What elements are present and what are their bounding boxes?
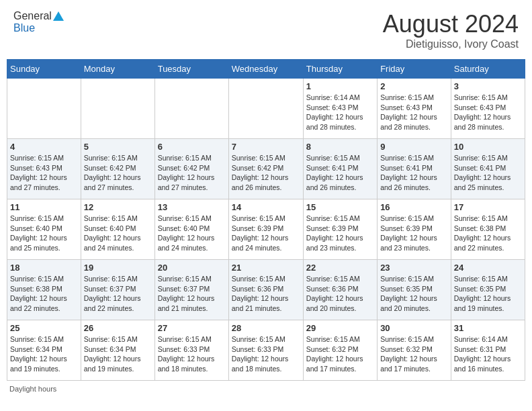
- calendar-cell: [7, 79, 81, 139]
- day-info: Sunrise: 6:15 AMSunset: 6:38 PMDaylight:…: [454, 214, 522, 253]
- title-section: August 2024 Dietiguisso, Ivory Coast: [383, 10, 519, 50]
- day-number: 11: [10, 202, 78, 212]
- calendar-cell: 2Sunrise: 6:15 AMSunset: 6:43 PMDaylight…: [378, 79, 451, 139]
- day-number: 30: [380, 323, 448, 333]
- day-info: Sunrise: 6:15 AMSunset: 6:41 PMDaylight:…: [454, 153, 522, 193]
- day-info: Sunrise: 6:15 AMSunset: 6:38 PMDaylight:…: [10, 274, 78, 314]
- logo: General Blue: [13, 10, 64, 34]
- calendar-table: Sunday Monday Tuesday Wednesday Thursday…: [7, 59, 525, 381]
- calendar-cell: 14Sunrise: 6:15 AMSunset: 6:39 PMDayligh…: [228, 199, 303, 260]
- day-number: 8: [306, 142, 374, 152]
- day-info: Sunrise: 6:15 AMSunset: 6:39 PMDaylight:…: [306, 214, 374, 253]
- day-info: Sunrise: 6:15 AMSunset: 6:40 PMDaylight:…: [84, 214, 152, 253]
- day-info: Sunrise: 6:15 AMSunset: 6:43 PMDaylight:…: [10, 153, 78, 193]
- day-info: Sunrise: 6:15 AMSunset: 6:41 PMDaylight:…: [306, 153, 374, 193]
- footer: Daylight hours: [7, 385, 525, 393]
- calendar-cell: [81, 79, 154, 139]
- day-number: 15: [306, 202, 374, 212]
- calendar-cell: 29Sunrise: 6:15 AMSunset: 6:32 PMDayligh…: [303, 320, 377, 381]
- calendar-cell: 17Sunrise: 6:15 AMSunset: 6:38 PMDayligh…: [451, 199, 525, 260]
- header-sunday: Sunday: [7, 60, 81, 79]
- header-monday: Monday: [81, 60, 154, 79]
- calendar-cell: 19Sunrise: 6:15 AMSunset: 6:37 PMDayligh…: [81, 260, 154, 320]
- calendar-cell: 22Sunrise: 6:15 AMSunset: 6:36 PMDayligh…: [303, 260, 377, 320]
- calendar-header-row: Sunday Monday Tuesday Wednesday Thursday…: [7, 60, 525, 79]
- day-number: 21: [232, 263, 300, 273]
- day-info: Sunrise: 6:15 AMSunset: 6:43 PMDaylight:…: [380, 93, 448, 132]
- calendar-cell: 9Sunrise: 6:15 AMSunset: 6:41 PMDaylight…: [378, 139, 451, 199]
- day-number: 27: [158, 323, 226, 333]
- calendar-week-3: 18Sunrise: 6:15 AMSunset: 6:38 PMDayligh…: [7, 260, 525, 320]
- day-number: 17: [454, 202, 522, 212]
- month-title: August 2024: [383, 10, 519, 38]
- calendar-cell: 15Sunrise: 6:15 AMSunset: 6:39 PMDayligh…: [303, 199, 377, 260]
- day-info: Sunrise: 6:15 AMSunset: 6:42 PMDaylight:…: [84, 153, 152, 193]
- calendar-cell: 5Sunrise: 6:15 AMSunset: 6:42 PMDaylight…: [81, 139, 154, 199]
- day-info: Sunrise: 6:15 AMSunset: 6:32 PMDaylight:…: [306, 334, 374, 374]
- calendar-cell: 4Sunrise: 6:15 AMSunset: 6:43 PMDaylight…: [7, 139, 81, 199]
- calendar-cell: 8Sunrise: 6:15 AMSunset: 6:41 PMDaylight…: [303, 139, 377, 199]
- day-number: 20: [158, 263, 226, 273]
- calendar-cell: 23Sunrise: 6:15 AMSunset: 6:35 PMDayligh…: [378, 260, 451, 320]
- calendar-cell: [228, 79, 303, 139]
- calendar-cell: 12Sunrise: 6:15 AMSunset: 6:40 PMDayligh…: [81, 199, 154, 260]
- day-number: 31: [454, 323, 522, 333]
- day-number: 26: [84, 323, 152, 333]
- calendar-week-4: 25Sunrise: 6:15 AMSunset: 6:34 PMDayligh…: [7, 320, 525, 381]
- day-info: Sunrise: 6:15 AMSunset: 6:43 PMDaylight:…: [454, 93, 522, 132]
- logo-blue-text: Blue: [13, 22, 35, 34]
- day-number: 25: [10, 323, 78, 333]
- day-info: Sunrise: 6:15 AMSunset: 6:40 PMDaylight:…: [158, 214, 226, 253]
- day-number: 19: [84, 263, 152, 273]
- calendar-cell: 18Sunrise: 6:15 AMSunset: 6:38 PMDayligh…: [7, 260, 81, 320]
- location-title: Dietiguisso, Ivory Coast: [383, 38, 519, 50]
- day-info: Sunrise: 6:15 AMSunset: 6:37 PMDaylight:…: [84, 274, 152, 314]
- calendar-cell: 21Sunrise: 6:15 AMSunset: 6:36 PMDayligh…: [228, 260, 303, 320]
- day-number: 23: [380, 263, 448, 273]
- day-info: Sunrise: 6:15 AMSunset: 6:35 PMDaylight:…: [380, 274, 448, 314]
- day-number: 10: [454, 142, 522, 152]
- day-number: 5: [84, 142, 152, 152]
- calendar-cell: 25Sunrise: 6:15 AMSunset: 6:34 PMDayligh…: [7, 320, 81, 381]
- header-wednesday: Wednesday: [228, 60, 303, 79]
- day-number: 24: [454, 263, 522, 273]
- day-info: Sunrise: 6:15 AMSunset: 6:34 PMDaylight:…: [10, 334, 78, 374]
- day-number: 1: [306, 81, 374, 91]
- header-saturday: Saturday: [451, 60, 525, 79]
- day-info: Sunrise: 6:15 AMSunset: 6:41 PMDaylight:…: [380, 153, 448, 193]
- header-thursday: Thursday: [303, 60, 377, 79]
- day-info: Sunrise: 6:15 AMSunset: 6:33 PMDaylight:…: [158, 334, 226, 374]
- header-tuesday: Tuesday: [154, 60, 228, 79]
- calendar-cell: 13Sunrise: 6:15 AMSunset: 6:40 PMDayligh…: [154, 199, 228, 260]
- day-number: 6: [158, 142, 226, 152]
- day-info: Sunrise: 6:15 AMSunset: 6:32 PMDaylight:…: [380, 334, 448, 374]
- calendar-cell: 6Sunrise: 6:15 AMSunset: 6:42 PMDaylight…: [154, 139, 228, 199]
- calendar-cell: 20Sunrise: 6:15 AMSunset: 6:37 PMDayligh…: [154, 260, 228, 320]
- calendar-cell: 30Sunrise: 6:15 AMSunset: 6:32 PMDayligh…: [378, 320, 451, 381]
- day-number: 16: [380, 202, 448, 212]
- day-number: 29: [306, 323, 374, 333]
- day-info: Sunrise: 6:15 AMSunset: 6:36 PMDaylight:…: [232, 274, 300, 314]
- day-number: 22: [306, 263, 374, 273]
- day-info: Sunrise: 6:15 AMSunset: 6:33 PMDaylight:…: [232, 334, 300, 374]
- day-number: 18: [10, 263, 78, 273]
- day-number: 7: [232, 142, 300, 152]
- day-number: 4: [10, 142, 78, 152]
- calendar-cell: 27Sunrise: 6:15 AMSunset: 6:33 PMDayligh…: [154, 320, 228, 381]
- calendar-cell: 28Sunrise: 6:15 AMSunset: 6:33 PMDayligh…: [228, 320, 303, 381]
- day-info: Sunrise: 6:14 AMSunset: 6:43 PMDaylight:…: [306, 93, 374, 132]
- day-number: 9: [380, 142, 448, 152]
- calendar-week-1: 4Sunrise: 6:15 AMSunset: 6:43 PMDaylight…: [7, 139, 525, 199]
- day-info: Sunrise: 6:14 AMSunset: 6:31 PMDaylight:…: [454, 334, 522, 374]
- calendar-cell: 11Sunrise: 6:15 AMSunset: 6:40 PMDayligh…: [7, 199, 81, 260]
- day-number: 13: [158, 202, 226, 212]
- calendar-cell: 31Sunrise: 6:14 AMSunset: 6:31 PMDayligh…: [451, 320, 525, 381]
- day-number: 12: [84, 202, 152, 212]
- page-header: General Blue August 2024 Dietiguisso, Iv…: [7, 7, 525, 54]
- day-number: 28: [232, 323, 300, 333]
- calendar-cell: [154, 79, 228, 139]
- day-info: Sunrise: 6:15 AMSunset: 6:34 PMDaylight:…: [84, 334, 152, 374]
- daylight-label: Daylight hours: [9, 385, 56, 393]
- calendar-cell: 24Sunrise: 6:15 AMSunset: 6:35 PMDayligh…: [451, 260, 525, 320]
- day-number: 2: [380, 81, 448, 91]
